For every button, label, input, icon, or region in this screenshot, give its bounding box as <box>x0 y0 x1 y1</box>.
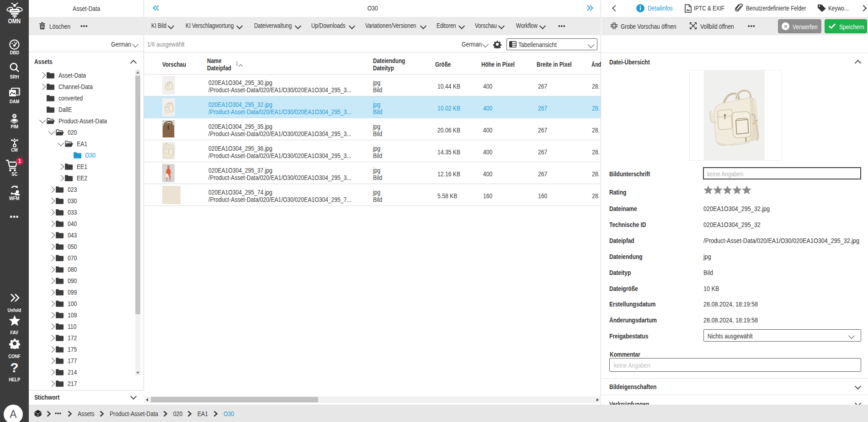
svg-text:P: P <box>13 115 16 118</box>
svg-text:1: 1 <box>18 158 21 164</box>
